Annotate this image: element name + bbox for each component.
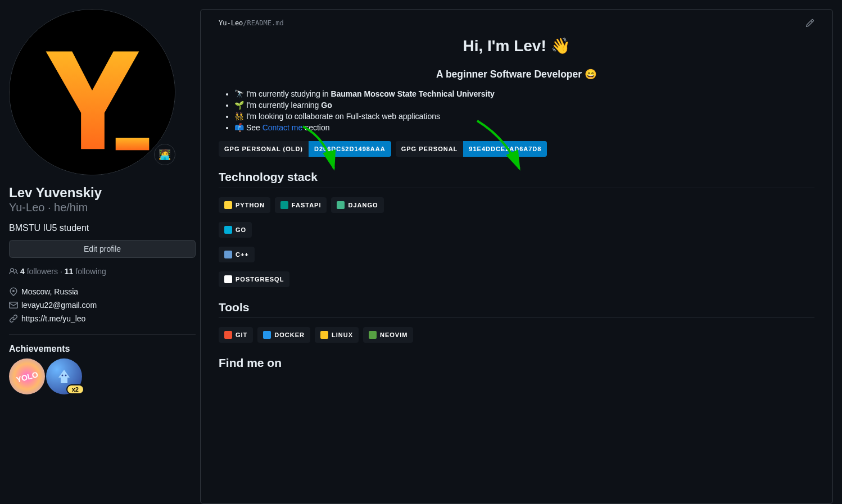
tech-badge: LINUX: [315, 327, 359, 343]
tech-badge-row: C++: [219, 247, 814, 262]
email-row: levayu22@gmail.com: [9, 298, 196, 312]
location-icon: [9, 287, 18, 296]
tech-badge: C++: [219, 247, 255, 262]
achievements-list: YOLO x2: [9, 358, 196, 394]
svg-point-4: [65, 375, 67, 376]
readme-body: Hi, I'm Lev! 👋 A beginner Software Devel…: [219, 37, 814, 373]
tech-badge: DJANGO: [331, 197, 383, 213]
tools-heading: Tools: [219, 301, 814, 318]
tech-badge: FASTAPI: [275, 197, 327, 213]
tech-badge: GIT: [219, 327, 253, 343]
readme-subtitle: A beginner Software Developer 😄: [219, 69, 814, 80]
readme-breadcrumb: Yu-Leo/README.md: [219, 19, 284, 27]
profile-username: Yu-Leo · he/him: [9, 201, 196, 214]
website-row: https://t.me/yu_leo: [9, 312, 196, 325]
achievements-title: Achievements: [9, 344, 196, 354]
svg-point-3: [62, 375, 64, 376]
divider: [9, 334, 196, 335]
readme-bullet: 📫 See Contact me section: [234, 123, 814, 132]
svg-rect-1: [116, 138, 150, 150]
status-badge[interactable]: 🧑‍💻: [154, 144, 175, 165]
readme-panel: Yu-Leo/README.md Hi, I'm Lev! 👋 A beginn…: [200, 9, 833, 504]
profile-bio: BMSTU IU5 student: [9, 223, 196, 233]
tech-badge: GO: [219, 222, 252, 238]
followers-following: 4 followers · 11 following: [9, 267, 196, 276]
location-row: Moscow, Russia: [9, 285, 196, 298]
website-link[interactable]: https://t.me/yu_leo: [21, 314, 85, 323]
avatar[interactable]: [9, 9, 175, 175]
achievement-yolo[interactable]: YOLO: [9, 358, 45, 394]
readme-bullets: 🔭 I'm currently studying in Bauman Mosco…: [219, 89, 814, 132]
gpg-badges: GPG PERSONAL (OLD)D206DC52D1498AAAGPG PE…: [219, 141, 814, 157]
pencil-icon[interactable]: [805, 19, 814, 28]
tech-badge: DOCKER: [257, 327, 310, 343]
readme-bullet: 👯 I'm looking to collaborate on Full-sta…: [234, 112, 814, 121]
contact-link[interactable]: Contact me: [262, 123, 303, 132]
status-emoji: 🧑‍💻: [159, 148, 171, 161]
tech-badge-row: PYTHONFASTAPIDJANGO: [219, 197, 814, 213]
tech-badge: NEOVIM: [363, 327, 413, 343]
edit-profile-button[interactable]: Edit profile: [9, 240, 196, 258]
find-me-heading: Find me on: [219, 356, 814, 373]
achievement-count: x2: [66, 384, 84, 394]
profile-details: Moscow, Russia levayu22@gmail.com https:…: [9, 285, 196, 325]
gpg-badge: GPG PERSONAL91E4DDCE2AD6A7D8: [396, 141, 547, 157]
mail-icon: [9, 301, 18, 310]
link-icon: [9, 314, 18, 323]
readme-bullet: 🔭 I'm currently studying in Bauman Mosco…: [234, 89, 814, 98]
email-link[interactable]: levayu22@gmail.com: [21, 301, 97, 310]
location-text: Moscow, Russia: [21, 287, 78, 296]
svg-text:YOLO: YOLO: [16, 370, 38, 384]
achievement-pull-shark[interactable]: x2: [46, 358, 82, 394]
tech-badge-row: POSTGRESQL: [219, 271, 814, 287]
people-icon: [9, 267, 18, 276]
readme-owner-link[interactable]: Yu-Leo: [219, 19, 243, 27]
tech-stack-heading: Technology stack: [219, 170, 814, 188]
readme-bullet: 🌱 I'm currently learning Go: [234, 101, 814, 110]
tech-badge: PYTHON: [219, 197, 270, 213]
following-link[interactable]: 11 following: [65, 267, 106, 276]
tech-badge: POSTGRESQL: [219, 271, 289, 287]
tech-badge-row: GO: [219, 222, 814, 238]
gpg-badge: GPG PERSONAL (OLD)D206DC52D1498AAA: [219, 141, 391, 157]
readme-title: Hi, I'm Lev! 👋: [219, 37, 814, 60]
profile-name: Lev Yuvenskiy: [9, 184, 196, 201]
profile-sidebar: 🧑‍💻 Lev Yuvenskiy Yu-Leo · he/him BMSTU …: [9, 0, 200, 504]
followers-link[interactable]: 4 followers: [20, 267, 58, 276]
avatar-container: 🧑‍💻: [9, 9, 175, 175]
tools-badges: GITDOCKERLINUXNEOVIM: [219, 327, 814, 343]
